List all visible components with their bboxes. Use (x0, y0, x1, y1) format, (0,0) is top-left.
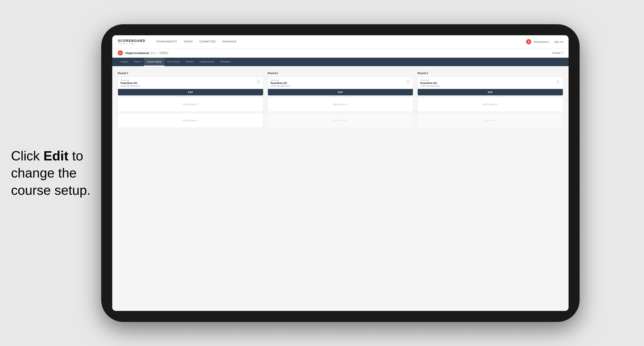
round-2-course-name: Peachtree GC (270, 82, 290, 85)
user-email: blair@clippd.io (534, 40, 549, 43)
scoreboard-logo: SCOREBOARD Powered by clippd (118, 39, 145, 45)
round-1-column: Round 1 (Course A) Peachtree GC Yellow (… (118, 72, 263, 129)
add-course-label: Add Course (483, 103, 496, 106)
round-1-delete-button[interactable]: ⊟ (256, 79, 260, 84)
round-1-course-card: (Course A) Peachtree GC Yellow (M) (6629… (118, 77, 263, 96)
round-3-add-course-2: Add Course + (418, 113, 563, 128)
annotation-pre: Click (11, 148, 44, 163)
tablet-device: SCOREBOARD Powered by clippd TOURNAMENTS… (101, 24, 580, 322)
delete-icon: ⊟ (557, 80, 559, 83)
round-1-course-label: (Course A) (120, 79, 140, 81)
add-course-label: Add Course (483, 119, 496, 122)
round-3-course-label: (Course A) (420, 79, 440, 81)
rounds-grid: Round 1 (Course A) Peachtree GC Yellow (… (118, 72, 563, 129)
round-1-title: Round 1 (118, 72, 263, 75)
tournament-gender: (Men) (150, 52, 156, 54)
tab-leaderboards[interactable]: Leaderboards (196, 58, 217, 66)
round-1-add-course-2[interactable]: Add Course + (118, 113, 263, 128)
plus-icon: + (196, 103, 198, 106)
plus-icon: + (196, 119, 198, 122)
annotation-text: Click Edit to change the course setup. (11, 147, 107, 199)
tablet-screen: SCOREBOARD Powered by clippd TOURNAMENTS… (112, 35, 568, 311)
tabs-bar: Details Teams Course Setup Tee Groups Re… (112, 58, 568, 66)
delete-icon: ⊟ (407, 80, 409, 83)
brand-sub: Powered by clippd (118, 43, 145, 45)
sign-out-link[interactable]: Sign out (554, 40, 563, 43)
nav-links: TOURNAMENTS TEAMS COMMITTEE RANKINGS (153, 35, 526, 48)
round-1-course-name: Peachtree GC (120, 82, 140, 85)
round-3-course-header: (Course A) Peachtree GC Yellow (M) (6629… (418, 77, 563, 89)
nav-rankings[interactable]: RANKINGS (219, 35, 240, 48)
round-3-delete-button[interactable]: ⊟ (556, 79, 560, 84)
plus-icon: + (346, 119, 348, 122)
main-content: Round 1 (Course A) Peachtree GC Yellow (… (112, 66, 568, 311)
round-2-course-header: (Course A) Peachtree GC Yellow (M) (6629… (268, 77, 413, 89)
round-3-column: Round 3 (Course A) Peachtree GC Yellow (… (418, 72, 563, 129)
nav-committee[interactable]: COMMITTEE (196, 35, 219, 48)
round-2-edit-button[interactable]: Edit (268, 89, 413, 95)
tab-tee-groups[interactable]: Tee Groups (164, 58, 183, 66)
round-1-add-course-1[interactable]: Add Course + (118, 97, 263, 112)
tab-details[interactable]: Details (118, 58, 131, 66)
round-2-add-course-2: Add Course + (268, 113, 413, 128)
round-3-course-details: Yellow (M) (6629 yds) (420, 85, 440, 87)
round-2-add-course-1[interactable]: Add Course + (268, 97, 413, 112)
plus-icon: + (346, 103, 348, 106)
nav-right: B blair@clippd.io | Sign out (526, 39, 563, 44)
annotation-bold: Edit (44, 148, 68, 163)
round-2-delete-button[interactable]: ⊟ (406, 79, 410, 84)
round-2-course-details: Yellow (M) (6629 yds) (270, 85, 290, 87)
tab-teams[interactable]: Teams (131, 58, 144, 66)
round-2-title: Round 2 (268, 72, 413, 75)
hosting-badge: Hosting (158, 51, 169, 55)
close-icon: × (562, 51, 563, 55)
tab-course-setup[interactable]: Course Setup (144, 58, 164, 66)
brand-name: SCOREBOARD (118, 39, 145, 43)
add-course-label: Add Course (183, 119, 196, 122)
round-1-edit-button[interactable]: Edit (118, 89, 263, 95)
round-1-course-details: Yellow (M) (6629 yds) (120, 85, 140, 87)
round-2-course-card: (Course A) Peachtree GC Yellow (M) (6629… (268, 77, 413, 96)
round-2-column: Round 2 (Course A) Peachtree GC Yellow (… (268, 72, 413, 129)
user-avatar: B (526, 39, 531, 44)
round-3-course-name: Peachtree GC (420, 82, 440, 85)
add-course-label: Add Course (333, 119, 346, 122)
tournament-name: Clippd Invitational (125, 51, 149, 55)
add-course-label: Add Course (183, 103, 196, 106)
round-3-title: Round 3 (418, 72, 563, 75)
top-nav: SCOREBOARD Powered by clippd TOURNAMENTS… (112, 35, 568, 48)
round-3-add-course-1[interactable]: Add Course + (418, 97, 563, 112)
nav-teams[interactable]: TEAMS (180, 35, 196, 48)
round-2-course-label: (Course A) (270, 79, 290, 81)
tab-printables[interactable]: Printables (217, 58, 234, 66)
plus-icon: + (496, 119, 498, 122)
plus-icon: + (496, 103, 498, 106)
round-1-course-header: (Course A) Peachtree GC Yellow (M) (6629… (118, 77, 263, 89)
nav-tournaments[interactable]: TOURNAMENTS (153, 35, 180, 48)
round-3-edit-button[interactable]: Edit (418, 89, 563, 95)
cancel-button[interactable]: Cancel × (552, 51, 563, 55)
delete-icon: ⊟ (257, 80, 260, 83)
tab-results[interactable]: Results (183, 58, 196, 66)
clippd-logo: C (118, 50, 123, 55)
sub-header: C Clippd Invitational (Men) Hosting Canc… (112, 48, 568, 58)
add-course-label: Add Course (333, 103, 346, 106)
round-3-course-card: (Course A) Peachtree GC Yellow (M) (6629… (418, 77, 563, 96)
